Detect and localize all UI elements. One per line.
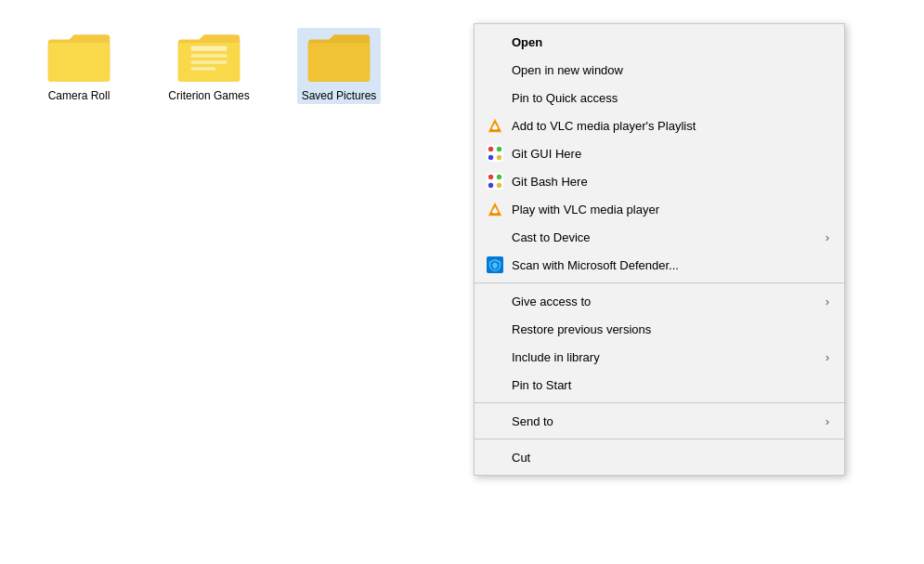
include-library-icon — [486, 348, 504, 366]
separator-1 — [475, 282, 844, 283]
svg-point-10 — [497, 147, 501, 151]
folder-label-saved-pictures: Saved Pictures — [302, 89, 377, 104]
menu-label-include-library: Include in library — [512, 350, 826, 364]
menu-item-scan-defender[interactable]: Scan with Microsoft Defender... — [475, 251, 844, 279]
cut-icon — [486, 448, 504, 466]
vlc-icon-play — [486, 200, 504, 218]
menu-label-git-bash: Git Bash Here — [512, 175, 829, 189]
defender-icon — [486, 256, 504, 274]
svg-point-11 — [488, 155, 493, 160]
menu-item-pin-quick-access[interactable]: Pin to Quick access — [475, 84, 844, 111]
menu-item-open[interactable]: Open — [475, 28, 844, 56]
include-library-arrow: › — [826, 350, 829, 364]
folder-camera-roll[interactable]: Camera Roll — [37, 28, 121, 104]
git-gui-icon — [486, 144, 504, 163]
menu-label-open-new-window: Open in new window — [512, 63, 829, 77]
menu-item-cut[interactable]: Cut — [475, 443, 844, 471]
menu-item-git-bash[interactable]: Git Bash Here — [475, 167, 844, 195]
svg-point-16 — [488, 183, 493, 188]
folder-label-camera-roll: Camera Roll — [48, 89, 111, 104]
svg-rect-2 — [191, 60, 228, 64]
send-to-icon — [486, 412, 504, 430]
svg-point-15 — [497, 175, 501, 179]
folder-icon-camera-roll — [46, 28, 111, 84]
menu-label-restore-versions: Restore previous versions — [512, 322, 829, 336]
vlc-icon-playlist — [486, 116, 504, 135]
separator-3 — [475, 439, 844, 439]
folder-saved-pictures[interactable]: Saved Pictures — [297, 28, 381, 104]
svg-rect-0 — [191, 46, 228, 51]
menu-label-pin-start: Pin to Start — [512, 378, 829, 392]
folder-icon-criterion-games — [176, 28, 241, 84]
menu-item-cast-to-device[interactable]: Cast to Device › — [475, 223, 844, 251]
svg-point-9 — [488, 147, 493, 151]
cast-arrow: › — [826, 230, 829, 244]
svg-rect-3 — [191, 67, 215, 71]
context-menu: Open Open in new window Pin to Quick acc… — [474, 23, 845, 476]
restore-icon — [486, 320, 504, 338]
menu-label-cut: Cut — [512, 451, 829, 465]
folder-icon-saved-pictures — [306, 28, 371, 84]
svg-rect-1 — [191, 54, 228, 58]
give-access-icon — [486, 292, 504, 310]
send-to-arrow: › — [826, 414, 829, 428]
folder-label-criterion-games: Criterion Games — [168, 89, 249, 104]
menu-label-git-gui: Git GUI Here — [512, 147, 829, 161]
menu-item-pin-start[interactable]: Pin to Start — [475, 371, 844, 399]
svg-point-12 — [497, 155, 501, 160]
menu-label-play-vlc: Play with VLC media player — [512, 203, 829, 216]
menu-item-include-library[interactable]: Include in library › — [475, 343, 844, 371]
give-access-arrow: › — [826, 295, 829, 308]
menu-item-play-vlc[interactable]: Play with VLC media player — [475, 195, 844, 223]
menu-label-scan-defender: Scan with Microsoft Defender... — [512, 258, 829, 272]
menu-item-git-gui[interactable]: Git GUI Here — [475, 139, 844, 167]
menu-item-restore-versions[interactable]: Restore previous versions — [475, 315, 844, 343]
desktop: Camera Roll Criterion Games — [0, 0, 924, 564]
menu-label-send-to: Send to — [512, 414, 826, 428]
git-bash-icon — [486, 172, 504, 190]
menu-icon-open — [486, 33, 504, 51]
menu-icon-open-new-window — [486, 60, 504, 79]
svg-point-17 — [497, 183, 501, 188]
menu-icon-pin-quick-access — [486, 88, 504, 107]
menu-item-give-access[interactable]: Give access to › — [475, 287, 844, 315]
menu-label-cast-to-device: Cast to Device — [512, 230, 826, 244]
menu-label-pin-quick-access: Pin to Quick access — [512, 91, 829, 105]
folder-criterion-games[interactable]: Criterion Games — [167, 28, 251, 104]
menu-label-open: Open — [512, 35, 829, 49]
svg-point-14 — [488, 175, 493, 179]
menu-label-give-access: Give access to — [512, 295, 826, 308]
separator-2 — [475, 402, 844, 403]
menu-item-send-to[interactable]: Send to › — [475, 407, 844, 435]
menu-label-add-vlc-playlist: Add to VLC media player's Playlist — [512, 119, 829, 133]
cast-icon — [486, 228, 504, 246]
menu-item-add-vlc-playlist[interactable]: Add to VLC media player's Playlist — [475, 111, 844, 139]
menu-item-open-new-window[interactable]: Open in new window — [475, 56, 844, 84]
pin-start-icon — [486, 375, 504, 394]
